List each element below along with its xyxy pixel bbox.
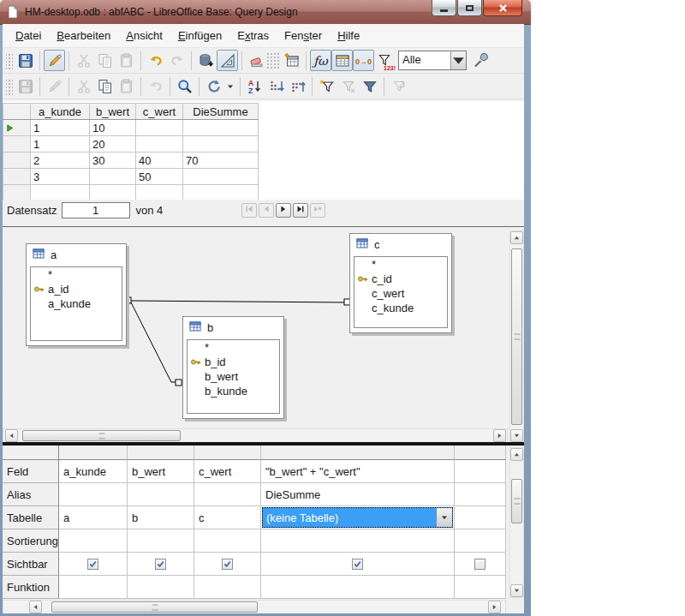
results-cell[interactable] (183, 136, 259, 153)
chevron-down-icon[interactable] (436, 508, 452, 527)
grid-horizontal-scrollbar[interactable] (3, 600, 506, 613)
results-cell[interactable]: 1 (31, 120, 90, 136)
grid-sichtbar-col5[interactable] (455, 553, 506, 576)
grid-alias-col2[interactable] (128, 483, 194, 506)
diagram-field-b_id[interactable]: b_id (188, 355, 279, 369)
row-selector[interactable] (3, 120, 31, 136)
grid-sortierung-col1[interactable] (59, 529, 128, 553)
grid-funktion-col1[interactable] (59, 576, 128, 599)
diagram-table-header-c[interactable]: c (350, 234, 451, 255)
row-selector[interactable] (3, 185, 31, 201)
scroll-down-icon[interactable] (510, 584, 523, 597)
grid-feld-col5[interactable] (455, 460, 506, 483)
row-selector[interactable] (3, 169, 31, 185)
grid-sichtbar-col2[interactable] (128, 553, 194, 576)
grid-feld-col2[interactable]: b_wert (128, 460, 194, 483)
grid-tabelle-col1[interactable]: a (59, 506, 128, 529)
grid-alias-col4[interactable]: DieSumme (261, 483, 455, 506)
edit-design-button[interactable] (44, 50, 65, 71)
tabelle-combobox[interactable]: (keine Tabelle) (262, 507, 453, 528)
functions-toggle-button[interactable]: ƒω (310, 50, 331, 71)
close-button[interactable] (483, 0, 522, 16)
undo-button[interactable] (145, 50, 166, 71)
results-column-header-c_wert[interactable]: c_wert (136, 104, 183, 120)
checkbox-checked[interactable] (155, 559, 166, 570)
save-button[interactable] (15, 50, 36, 71)
menu-bearbeiten[interactable]: Bearbeiten (49, 26, 118, 45)
results-cell[interactable] (90, 185, 136, 201)
grid-sichtbar-col3[interactable] (194, 553, 261, 576)
query-properties-button[interactable] (469, 50, 491, 71)
row-selector-header[interactable] (3, 104, 31, 120)
grid-tabelle-col3[interactable]: c (194, 506, 261, 529)
scroll-down-icon[interactable] (510, 429, 523, 442)
grid-vertical-scrollbar[interactable] (509, 447, 524, 598)
grid-tabelle-col5[interactable] (455, 506, 506, 529)
sort-ascending-button[interactable] (265, 75, 287, 97)
menu-extras[interactable]: Extras (229, 26, 277, 45)
minimize-button[interactable] (432, 0, 456, 16)
design-area-vertical-scrollbar[interactable] (509, 230, 524, 442)
results-column-header-DieSumme[interactable]: DieSumme (183, 104, 259, 120)
sort-button[interactable]: AZ (244, 75, 265, 97)
menu-datei[interactable]: Datei (8, 26, 49, 45)
scroll-left-icon[interactable] (29, 601, 42, 613)
grid-column-header[interactable] (128, 446, 194, 460)
grid-tabelle-col2[interactable]: b (128, 506, 194, 529)
grid-tabelle-col4[interactable]: (keine Tabelle) (261, 506, 455, 529)
menu-ansicht[interactable]: Ansicht (118, 26, 170, 45)
grid-funktion-col3[interactable] (194, 576, 261, 599)
checkbox-checked[interactable] (352, 559, 363, 570)
grid-sortierung-col2[interactable] (128, 529, 194, 553)
diagram-field-a_id[interactable]: a_id (31, 282, 122, 296)
add-table-button[interactable] (281, 50, 302, 71)
table-name-toggle-button[interactable] (331, 50, 353, 71)
results-cell[interactable]: 2 (31, 153, 90, 169)
chevron-down-icon[interactable] (450, 51, 466, 69)
record-number-input[interactable]: 1 (62, 202, 130, 218)
limit-button[interactable]: 123! (374, 50, 396, 71)
grid-sichtbar-col4[interactable] (261, 553, 455, 576)
design-area-horizontal-scrollbar[interactable] (3, 428, 508, 442)
find-record-button[interactable] (174, 75, 195, 97)
scroll-left-icon[interactable] (5, 429, 18, 442)
grid-feld-col3[interactable]: c_wert (194, 460, 261, 483)
results-cell[interactable] (136, 136, 183, 153)
grid-alias-col1[interactable] (59, 483, 128, 506)
diagram-table-header-b[interactable]: b (183, 317, 283, 338)
grid-alias-col5[interactable] (455, 483, 506, 506)
scroll-up-icon[interactable] (510, 448, 523, 461)
results-cell[interactable] (90, 169, 136, 185)
diagram-field-star[interactable]: * (354, 257, 447, 272)
clear-query-button[interactable] (246, 50, 267, 71)
results-column-header-b_wert[interactable]: b_wert (90, 104, 136, 120)
distinct-values-toggle-button[interactable]: 0→0 (353, 50, 374, 71)
grid-column-header[interactable] (455, 446, 506, 460)
diagram-field-a_kunde[interactable]: a_kunde (31, 296, 122, 311)
menu-hilfe[interactable]: Hilfe (330, 26, 367, 45)
checkbox-unchecked[interactable] (474, 559, 485, 570)
grid-funktion-col2[interactable] (128, 576, 194, 599)
results-cell[interactable] (31, 185, 90, 201)
diagram-table-header-a[interactable]: a (27, 244, 126, 266)
checkbox-checked[interactable] (87, 559, 98, 570)
results-cell[interactable]: 50 (136, 169, 183, 185)
diagram-field-b_kunde[interactable]: b_kunde (188, 384, 279, 398)
grid-column-header[interactable] (194, 446, 261, 460)
results-column-header-a_kunde[interactable]: a_kunde (31, 104, 90, 120)
refresh-dropdown-button[interactable] (224, 75, 236, 97)
copy-button[interactable] (94, 75, 116, 97)
row-selector[interactable] (3, 136, 31, 153)
results-cell[interactable]: 40 (136, 153, 183, 169)
autofilter-button[interactable] (316, 75, 337, 97)
design-view-toggle-button[interactable] (217, 50, 238, 71)
diagram-field-c_kunde[interactable]: c_kunde (354, 301, 447, 315)
grid-sortierung-col3[interactable] (194, 529, 261, 553)
diagram-table-c[interactable]: c*c_idc_wertc_kunde (349, 233, 452, 333)
results-cell[interactable] (183, 185, 259, 201)
diagram-table-a[interactable]: a*a_ida_kunde (26, 243, 127, 346)
grid-alias-col3[interactable] (194, 483, 261, 506)
toolbar-grip[interactable] (267, 51, 281, 70)
grid-feld-col4[interactable]: "b_wert" + "c_wert" (261, 460, 455, 483)
toolbar-grip[interactable] (6, 78, 13, 95)
